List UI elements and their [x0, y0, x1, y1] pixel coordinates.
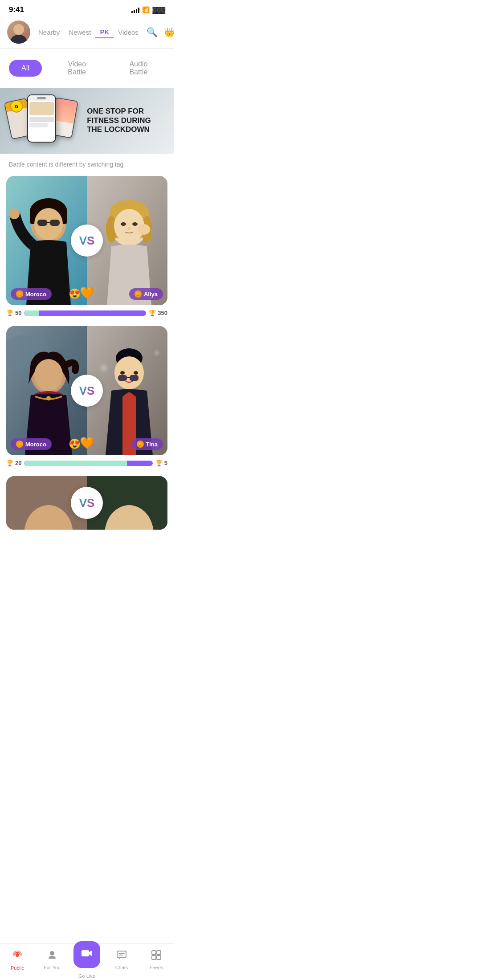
- banner-phones-image: G: [0, 88, 83, 154]
- left-emoji-2: 😍: [69, 438, 81, 450]
- nav-tabs: Nearby Newest PK Videos: [34, 26, 143, 38]
- filter-bar: All Video Battle Audio Battle: [0, 49, 174, 88]
- battle-card-1[interactable]: 🏆 Moroco 😍: [6, 176, 167, 305]
- svg-point-40: [134, 371, 138, 375]
- badge-dot-left-2: 🏆: [16, 441, 23, 448]
- svg-rect-8: [37, 220, 47, 226]
- vs-text-2: VS: [79, 384, 95, 398]
- svg-rect-36: [118, 375, 127, 381]
- score-bar-2: 🏆 20 🏆 5: [6, 455, 167, 472]
- crown-icon[interactable]: 👑: [164, 27, 174, 37]
- right-name-badge-1: 🏆 Aliya: [129, 288, 163, 300]
- left-emoji-1: 😍: [69, 288, 81, 300]
- bar-fill-left-2: [24, 461, 127, 466]
- battle-vs-area-3: VS: [6, 476, 167, 530]
- search-icon[interactable]: 🔍: [147, 27, 158, 37]
- score-bar-1: 🏆 50 🏆 350: [6, 305, 167, 322]
- center-emoji-2: 🧡: [80, 436, 94, 450]
- header: Nearby Newest PK Videos 🔍 👑: [0, 18, 174, 49]
- tag-info: Battle content is different by switching…: [0, 154, 174, 172]
- svg-point-11: [9, 208, 20, 219]
- score-right-1: 🏆 350: [149, 310, 167, 316]
- header-icons: 🔍 👑: [147, 27, 174, 37]
- banner-text: ONE STOP FOR FITNESS DURING THE LOCKDOWN: [83, 107, 174, 134]
- banner-title: ONE STOP FOR FITNESS DURING THE LOCKDOWN: [87, 107, 167, 134]
- svg-point-19: [121, 222, 126, 226]
- svg-point-39: [120, 371, 125, 375]
- status-icons: 📶 ▓▓▓: [131, 6, 165, 13]
- trophy-left-2: 🏆: [6, 460, 13, 466]
- tab-videos[interactable]: Videos: [114, 27, 143, 38]
- vs-text-3: VS: [79, 496, 95, 510]
- score-left-2: 🏆 20: [6, 460, 21, 466]
- filter-all-button[interactable]: All: [9, 60, 42, 77]
- svg-point-27: [34, 359, 63, 391]
- left-name-badge-2: 🏆 Moroco: [11, 438, 52, 450]
- tab-pk[interactable]: PK: [95, 26, 114, 38]
- svg-point-20: [132, 222, 138, 226]
- badge-dot-right-1: 🏆: [135, 290, 142, 298]
- svg-point-32: [141, 347, 162, 368]
- svg-point-22: [138, 224, 150, 235]
- badge-dot-right-2: 🏆: [137, 441, 144, 448]
- battery-icon: ▓▓▓: [152, 6, 165, 13]
- wifi-icon: 📶: [142, 6, 150, 13]
- right-name-badge-2: 🏆 Tina: [131, 438, 163, 450]
- vs-circle-1: VS: [71, 225, 103, 257]
- bar-fill-left-1: [24, 310, 39, 316]
- signal-icon: [131, 7, 139, 13]
- filter-audio-battle-button[interactable]: Audio Battle: [112, 56, 165, 81]
- bar-track-1: [24, 310, 146, 316]
- tab-newest[interactable]: Newest: [64, 27, 95, 38]
- svg-point-1: [11, 35, 27, 44]
- svg-rect-9: [50, 220, 60, 226]
- score-right-2: 🏆 5: [155, 460, 167, 466]
- svg-point-0: [13, 24, 24, 35]
- trophy-right-1: 🏆: [149, 310, 156, 316]
- svg-point-35: [114, 356, 144, 389]
- left-name-badge-1: 🏆 Moroco: [11, 288, 52, 300]
- svg-rect-37: [130, 375, 139, 381]
- badge-dot-left-1: 🏆: [16, 290, 23, 298]
- vs-text-1: VS: [79, 234, 95, 248]
- filter-video-battle-button[interactable]: Video Battle: [51, 56, 103, 81]
- vs-circle-3: VS: [71, 487, 103, 519]
- vs-circle-2: VS: [71, 375, 103, 407]
- user-avatar[interactable]: [7, 20, 30, 44]
- svg-point-21: [127, 227, 131, 230]
- trophy-right-2: 🏆: [155, 460, 163, 466]
- battle-card-2[interactable]: 🏆 Moroco 😍: [6, 326, 167, 455]
- tab-nearby[interactable]: Nearby: [34, 27, 64, 38]
- status-time: 9:41: [9, 5, 24, 14]
- center-emoji-1: 🧡: [80, 286, 94, 300]
- battle-vs-area-2: 🏆 Moroco 😍: [6, 326, 167, 455]
- svg-point-29: [46, 396, 51, 400]
- status-bar: 9:41 📶 ▓▓▓: [0, 0, 174, 18]
- trophy-left-1: 🏆: [6, 310, 13, 316]
- bar-track-2: [24, 461, 152, 466]
- battle-vs-area-1: 🏆 Moroco 😍: [6, 176, 167, 305]
- battle-card-3[interactable]: VS: [6, 476, 167, 530]
- score-left-1: 🏆 50: [6, 310, 21, 316]
- banner: G ONE STOP FOR FITNESS DURING THE: [0, 88, 174, 154]
